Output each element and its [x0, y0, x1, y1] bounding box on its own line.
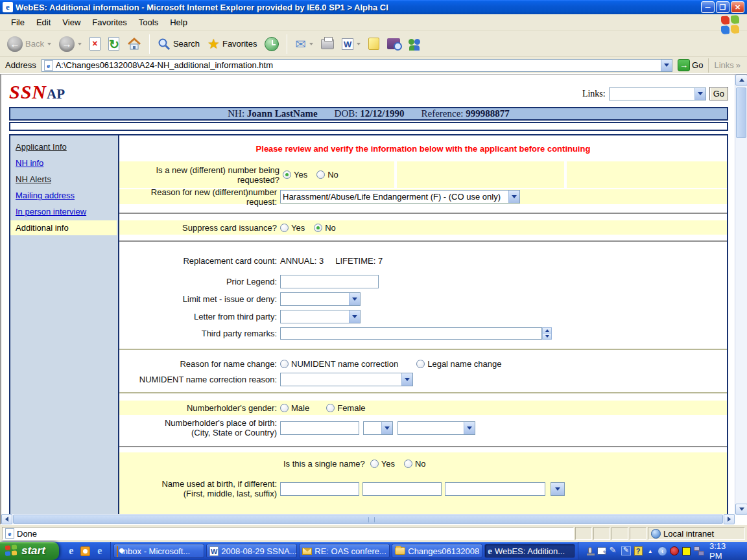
close-button[interactable]: ✕	[731, 1, 744, 13]
menu-bar: File Edit View Favorites Tools Help	[0, 14, 747, 31]
task-word-doc[interactable]: W 2008-08-29 SSNA...	[206, 544, 297, 558]
task-folder[interactable]: Changes06132008	[392, 544, 482, 558]
address-url[interactable]: A:\Changes06132008\A24-NH_additional_inf…	[56, 60, 661, 70]
vertical-scroll-thumb[interactable]	[736, 88, 746, 138]
pob-city-input[interactable]	[280, 421, 359, 435]
refresh-button[interactable]: ↻	[105, 35, 123, 52]
sidebar-item-nh-info[interactable]: NH info	[10, 156, 118, 170]
restore-button[interactable]: ❐	[716, 1, 729, 13]
messenger-button[interactable]	[405, 36, 424, 52]
sidebar-item-additional-info[interactable]: Additional info	[10, 220, 117, 235]
suppress-no-radio[interactable]	[314, 224, 322, 232]
sidebar-item-applicant-info[interactable]: Applicant Info	[10, 139, 118, 154]
favorites-button[interactable]: ★ Favorites	[204, 35, 260, 53]
sidebar-item-mailing-address[interactable]: Mailing address	[10, 188, 118, 203]
home-button[interactable]	[124, 35, 145, 53]
pob-country-select[interactable]	[397, 421, 475, 435]
page-links-select[interactable]	[609, 88, 706, 100]
numident-correction-label: NUMIDENT name correction	[291, 359, 398, 369]
language-bar-minimize-icon[interactable]: ▴	[645, 546, 655, 556]
pob-state-select[interactable]	[363, 421, 393, 435]
links-chevron-icon[interactable]: »	[736, 60, 741, 70]
sidebar-item-nh-alerts[interactable]: NH Alerts	[10, 172, 118, 187]
male-radio[interactable]	[280, 404, 289, 412]
tray-yellow-note-icon[interactable]	[682, 546, 691, 556]
single-name-no-radio[interactable]	[404, 460, 412, 468]
mail-button[interactable]: ✉	[292, 36, 316, 52]
outlook-express-quicklaunch-icon[interactable]: e	[94, 546, 105, 557]
new-number-no-radio[interactable]	[316, 170, 325, 179]
stop-button[interactable]: ×	[86, 35, 104, 52]
edit-with-word-button[interactable]: W	[338, 36, 364, 52]
reason-new-select[interactable]: Harassment/Abuse/Life Endangerment (F) -…	[280, 190, 520, 204]
horizontal-scrollbar[interactable]	[1, 514, 735, 524]
menu-help[interactable]: Help	[164, 16, 193, 29]
menu-view[interactable]: View	[56, 16, 86, 29]
spinner-down-icon[interactable]	[543, 334, 551, 340]
back-dropdown-icon[interactable]	[47, 43, 51, 45]
birth-middle-input[interactable]	[362, 482, 442, 496]
go-button[interactable]: → Go	[675, 59, 706, 71]
menu-tools[interactable]: Tools	[133, 16, 164, 29]
windows-flag-icon	[721, 15, 742, 36]
vertical-scrollbar[interactable]	[735, 75, 747, 515]
microphone-icon[interactable]	[585, 546, 595, 556]
research-button[interactable]	[384, 36, 403, 51]
speech-tools-icon[interactable]	[597, 546, 607, 556]
task-email[interactable]: RE: OAS confere...	[299, 544, 390, 558]
mail-dropdown-icon[interactable]	[309, 43, 313, 45]
limit-met-select[interactable]	[280, 292, 361, 306]
single-name-yes-radio[interactable]	[370, 460, 379, 468]
horizontal-scroll-thumb[interactable]	[13, 515, 723, 524]
links-toolbar[interactable]: Links »	[708, 58, 744, 73]
task-inbox[interactable]: Inbox - Microsoft...	[113, 544, 204, 558]
menu-edit[interactable]: Edit	[30, 16, 56, 29]
suppress-yes-radio[interactable]	[280, 224, 289, 232]
print-button[interactable]	[318, 37, 337, 51]
remarks-spinner[interactable]	[542, 327, 552, 340]
help-icon[interactable]: ?	[634, 546, 643, 556]
tray-red-status-icon[interactable]	[670, 546, 680, 556]
writing-pad-icon[interactable]	[621, 546, 631, 556]
search-button[interactable]: Search	[154, 36, 203, 52]
legal-name-change-radio[interactable]	[416, 360, 425, 368]
female-radio[interactable]	[326, 404, 335, 412]
birth-first-input[interactable]	[280, 482, 359, 496]
menu-favorites[interactable]: Favorites	[86, 16, 132, 29]
scroll-left-button[interactable]	[1, 514, 12, 524]
outlook-quicklaunch-icon[interactable]	[80, 546, 91, 557]
status-page-icon: e	[5, 528, 14, 539]
forward-dropdown-icon[interactable]	[78, 43, 82, 45]
forward-button[interactable]: →	[56, 34, 85, 54]
sidebar-item-in-person-interview[interactable]: In person interview	[10, 204, 118, 219]
minimize-button[interactable]: ─	[701, 1, 715, 13]
numident-correction-radio[interactable]	[280, 360, 289, 368]
letter-third-party-select[interactable]	[280, 310, 361, 323]
word-dropdown-icon[interactable]	[357, 43, 361, 45]
back-button[interactable]: ← Back	[4, 34, 54, 54]
numident-reason-select[interactable]	[280, 373, 413, 386]
history-button[interactable]	[261, 35, 282, 53]
network-icon[interactable]	[694, 546, 704, 556]
discuss-button[interactable]	[365, 36, 383, 52]
scroll-right-button[interactable]	[724, 514, 735, 524]
new-number-yes-label: Yes	[294, 170, 307, 180]
prior-legend-input[interactable]	[280, 275, 379, 288]
task-webes[interactable]: e WebES: Addition...	[484, 544, 575, 558]
scroll-up-button[interactable]	[735, 75, 747, 86]
single-name-label: Is this a single name?	[283, 459, 365, 469]
birth-last-input[interactable]	[445, 482, 545, 496]
address-dropdown-button[interactable]	[661, 60, 672, 71]
birth-suffix-select[interactable]	[551, 482, 565, 496]
page-go-button[interactable]: Go	[709, 87, 728, 100]
third-party-remarks-input[interactable]	[280, 327, 542, 340]
handwriting-icon[interactable]	[609, 546, 619, 556]
address-input[interactable]: e A:\Changes06132008\A24-NH_additional_i…	[42, 59, 672, 72]
new-number-yes-radio[interactable]	[283, 170, 291, 179]
spinner-up-icon[interactable]	[543, 328, 551, 334]
hide-icons-chevron[interactable]: ‹	[658, 546, 667, 556]
start-button[interactable]: start	[0, 542, 59, 560]
menu-file[interactable]: File	[5, 16, 30, 29]
scroll-down-button[interactable]	[735, 504, 747, 515]
internet-explorer-quicklaunch-icon[interactable]: e	[65, 546, 77, 557]
